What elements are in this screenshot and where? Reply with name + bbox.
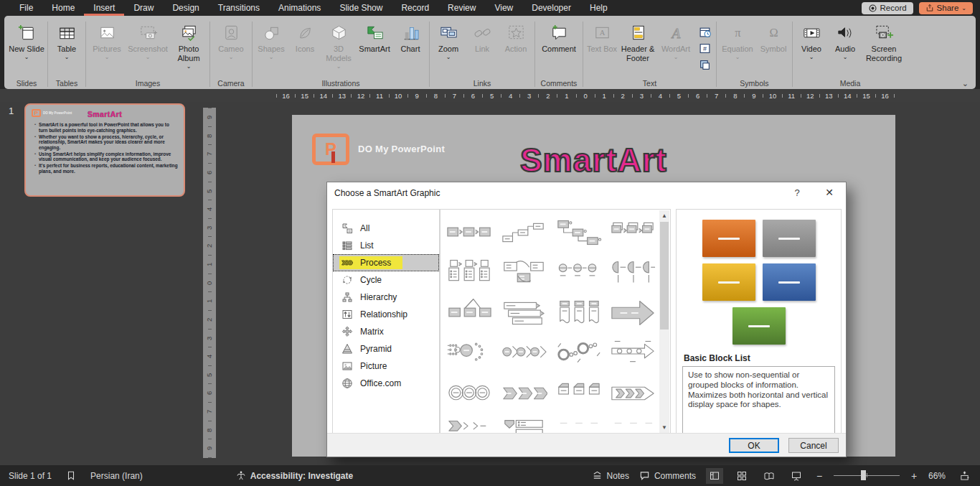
language-button[interactable]: Persian (Iran) xyxy=(90,471,143,481)
layout-thumbnail-proc-chevrons[interactable] xyxy=(496,373,551,413)
menu-item-help[interactable]: Help xyxy=(580,0,617,16)
layout-thumbnail-proc-pennant[interactable] xyxy=(442,293,496,333)
horizontal-ruler[interactable]: 1615141312111098765432101234567891011121… xyxy=(276,89,895,102)
menu-item-transitions[interactable]: Transitions xyxy=(209,0,269,16)
layout-thumbnail-proc-ringsdiag[interactable] xyxy=(551,333,606,373)
layout-thumbnail-proc-bigarrow[interactable] xyxy=(606,293,660,333)
photo-album-button[interactable]: Photo Album⌄ xyxy=(170,20,207,75)
accessibility-button[interactable]: Accessibility: Investigate xyxy=(236,470,353,481)
layout-thumbnail-proc-piclist[interactable] xyxy=(442,253,496,293)
slide-thumbnail[interactable]: P DO My PowerPoint SmartArt SmartArt is … xyxy=(24,103,185,197)
menu-item-view[interactable]: View xyxy=(485,0,522,16)
menu-item-developer[interactable]: Developer xyxy=(522,0,580,16)
proofing-button[interactable] xyxy=(66,470,76,481)
menu-item-file[interactable]: File xyxy=(10,0,42,16)
category-item-hierarchy[interactable]: Hierarchy xyxy=(333,289,439,306)
layout-thumbnail-proc-detail[interactable] xyxy=(496,293,551,333)
button-label: Photo Album xyxy=(170,45,207,63)
layout-thumbnail-proc-funnel[interactable] xyxy=(496,413,551,434)
table-icon xyxy=(57,22,77,44)
layout-thumbnail-proc-faint[interactable] xyxy=(551,413,606,434)
dialog-help-button[interactable]: ? xyxy=(791,187,803,198)
layout-thumbnail-proc-basic[interactable] xyxy=(442,212,496,253)
chart-button[interactable]: Chart xyxy=(394,20,427,75)
scroll-up-icon[interactable]: ▲ xyxy=(659,210,669,221)
zoom-in-button[interactable]: + xyxy=(910,470,918,482)
smartart-button[interactable]: SmartArt xyxy=(356,20,393,75)
layout-thumbnail-proc-faint[interactable] xyxy=(606,413,660,434)
notes-button[interactable]: Notes xyxy=(592,470,629,481)
layout-thumbnail-proc-chevsmall[interactable] xyxy=(442,413,496,434)
category-item-matrix[interactable]: Matrix xyxy=(333,323,439,340)
zoom-level[interactable]: 66% xyxy=(928,471,946,481)
zoom-button[interactable]: Zoom⌄ xyxy=(432,20,465,75)
video-button[interactable]: Video⌄ xyxy=(795,20,828,75)
menu-item-home[interactable]: Home xyxy=(42,0,84,16)
slide-number-button[interactable]: # xyxy=(697,41,712,55)
view-slideshow-button[interactable] xyxy=(788,468,805,484)
layout-thumbnail-proc-half[interactable] xyxy=(606,253,660,293)
layout-thumbnail-proc-radial[interactable] xyxy=(442,333,496,373)
category-item-all[interactable]: All xyxy=(333,220,439,237)
category-item-picture[interactable]: Picture xyxy=(333,358,439,375)
layout-thumbnail-proc-altflow[interactable] xyxy=(496,253,551,293)
dialog-titlebar[interactable]: Choose a SmartArt Graphic xyxy=(327,182,846,204)
category-item-office-com[interactable]: Office.com xyxy=(333,375,439,392)
category-item-cycle[interactable]: Cycle xyxy=(333,271,439,289)
menu-item-insert[interactable]: Insert xyxy=(84,0,124,16)
view-normal-button[interactable] xyxy=(706,468,723,484)
menu-item-slide-show[interactable]: Slide Show xyxy=(330,0,392,16)
layout-thumbnail-proc-chevboxes[interactable] xyxy=(551,373,606,413)
screen-recording-button[interactable]: Screen Recording xyxy=(862,20,905,75)
menu-item-design[interactable]: Design xyxy=(163,0,208,16)
category-item-pyramid[interactable]: Pyramid xyxy=(333,340,439,358)
view-sorter-button[interactable] xyxy=(733,468,750,484)
layout-thumbnail-proc-stepdown[interactable] xyxy=(551,212,606,253)
layout-thumbnail-proc-circdash[interactable] xyxy=(551,253,606,293)
comments-button[interactable]: Comments xyxy=(639,470,696,481)
menu-item-record[interactable]: Record xyxy=(392,0,438,16)
share-button[interactable]: Share ⌄ xyxy=(919,2,973,14)
chevron-down-icon: ⌄ xyxy=(187,65,192,69)
menu-item-draw[interactable]: Draw xyxy=(124,0,163,16)
layout-thumbnail-proc-chevpill[interactable] xyxy=(606,373,660,413)
scrollbar-thumb[interactable] xyxy=(660,222,669,330)
dialog-close-button[interactable]: ✕ xyxy=(823,187,836,198)
record-button[interactable]: Record xyxy=(862,2,913,14)
comment-button[interactable]: Comment xyxy=(537,20,580,75)
preview-graphic xyxy=(677,210,841,345)
ruler-number: 7 xyxy=(201,410,219,413)
new-slide-button[interactable]: New Slide⌄ xyxy=(8,20,45,75)
layout-thumbnail-proc-vert[interactable] xyxy=(551,293,606,333)
category-item-list[interactable]: List xyxy=(333,237,439,254)
table-button[interactable]: Table⌄ xyxy=(50,20,83,75)
layout-thumbnail-proc-accent[interactable] xyxy=(606,212,660,253)
collapse-ribbon-icon[interactable]: ⌄ xyxy=(962,79,969,88)
object-button[interactable] xyxy=(697,57,712,72)
layout-thumbnail-proc-timeline[interactable] xyxy=(606,333,660,373)
vertical-ruler[interactable]: 9876543210123456789 xyxy=(203,108,216,458)
audio-button[interactable]: Audio⌄ xyxy=(829,20,862,75)
fit-to-window-button[interactable] xyxy=(956,468,973,484)
layout-thumbnail-proc-arrowcircles[interactable] xyxy=(496,333,551,373)
header-footer-button[interactable]: Header & Footer xyxy=(619,20,656,75)
ok-button[interactable]: OK xyxy=(729,438,779,453)
menu-item-animations[interactable]: Animations xyxy=(269,0,330,16)
photo-album-icon xyxy=(179,22,199,44)
scroll-down-icon[interactable]: ▼ xyxy=(659,422,669,433)
zoom-slider[interactable] xyxy=(834,475,900,476)
menu-item-review[interactable]: Review xyxy=(438,0,485,16)
thumbnail-bullets: SmartArt is a powerful tool in PowerPoin… xyxy=(32,122,178,174)
layout-thumbnail-proc-stepup[interactable] xyxy=(496,212,551,253)
view-reading-button[interactable] xyxy=(760,468,778,484)
slide-number-icon: # xyxy=(699,42,711,55)
category-item-process[interactable]: Process xyxy=(333,254,439,271)
date-time-button[interactable] xyxy=(697,24,712,39)
category-item-relationship[interactable]: Relationship xyxy=(333,306,439,323)
gallery-scrollbar[interactable]: ▲ ▼ xyxy=(659,210,669,433)
layout-thumbnail-proc-linkedrings[interactable] xyxy=(442,373,496,413)
cancel-button[interactable]: Cancel xyxy=(788,438,839,453)
zoom-slider-thumb[interactable] xyxy=(861,470,866,480)
all-icon xyxy=(341,223,353,234)
zoom-out-button[interactable]: − xyxy=(815,470,824,482)
